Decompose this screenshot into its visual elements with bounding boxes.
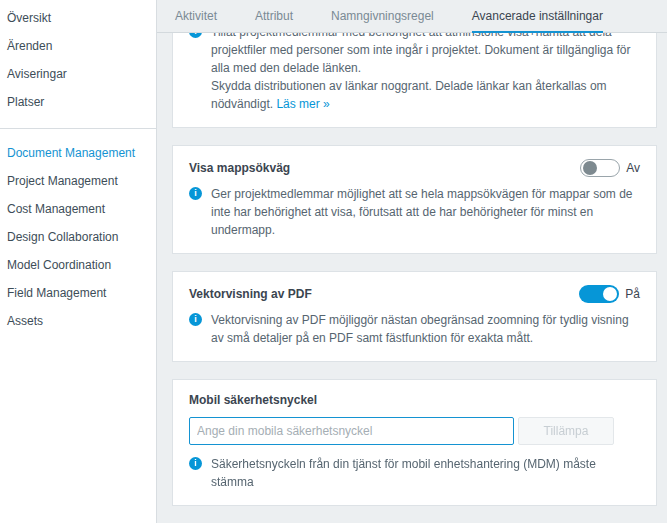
card-show-folder-path: Visa mappsökväg Av i Ger projektmedlemma… <box>172 145 657 254</box>
info-icon: i <box>189 313 202 326</box>
read-more-link[interactable]: Läs mer » <box>276 97 329 111</box>
info-paragraph-2: Skydda distributionen av länkar noggrant… <box>211 79 607 111</box>
tab-aktivitet[interactable]: Aktivitet <box>175 0 217 33</box>
sidebar-item-design-collaboration[interactable]: Design Collaboration <box>0 223 156 251</box>
toggle-state-label: På <box>625 287 640 301</box>
info-paragraph-1: Tillåt projektmedlemmar med behörighet a… <box>211 33 631 75</box>
sidebar-item-project-management[interactable]: Project Management <box>0 167 156 195</box>
sidebar-item-model-coordination[interactable]: Model Coordination <box>0 251 156 279</box>
sidebar-divider <box>0 128 156 129</box>
sidebar-item-aviseringar[interactable]: Aviseringar <box>0 60 156 88</box>
card-title: Visa mappsökväg <box>189 161 290 175</box>
mobile-security-key-input[interactable] <box>189 417 514 445</box>
vector-pdf-toggle[interactable] <box>579 285 619 303</box>
toggle-state-label: Av <box>626 161 640 175</box>
tab-avancerade-installningar[interactable]: Avancerade inställningar <box>472 0 603 33</box>
card-share-documents-publicly: Dela dokument offentligt På Offentliga l… <box>172 33 657 128</box>
share-publicly-info-text: Tillåt projektmedlemmar med behörighet a… <box>211 33 640 113</box>
sidebar-item-platser[interactable]: Platser <box>0 88 156 116</box>
vector-pdf-info-text: Vektorvisning av PDF möjliggör nästan ob… <box>211 311 640 347</box>
info-icon: i <box>189 187 202 200</box>
tab-namngivningsregel[interactable]: Namngivningsregel <box>331 0 434 33</box>
sidebar-item-oversikt[interactable]: Översikt <box>0 4 156 32</box>
info-icon: i <box>189 33 202 38</box>
apply-button[interactable]: Tillämpa <box>518 417 614 445</box>
settings-cards: Dela dokument offentligt På Offentliga l… <box>157 33 667 523</box>
tab-attribut[interactable]: Attribut <box>255 0 293 33</box>
sidebar-item-field-management[interactable]: Field Management <box>0 279 156 307</box>
tabbar: Aktivitet Attribut Namngivningsregel Ava… <box>157 0 667 33</box>
sidebar: Översikt Ärenden Aviseringar Platser Doc… <box>0 0 157 523</box>
toggle-knob <box>583 161 597 175</box>
sidebar-item-cost-management[interactable]: Cost Management <box>0 195 156 223</box>
info-icon: i <box>189 457 202 470</box>
card-title: Mobil säkerhetsnyckel <box>189 393 640 407</box>
settings-content: Aktivitet Attribut Namngivningsregel Ava… <box>157 0 667 523</box>
card-mobile-security-key: Mobil säkerhetsnyckel Tillämpa i Säkerhe… <box>172 379 657 506</box>
card-title: Vektorvisning av PDF <box>189 287 312 301</box>
mobile-key-info-text: Säkerhetsnyckeln från din tjänst för mob… <box>211 455 640 491</box>
folder-path-toggle[interactable] <box>580 159 620 177</box>
toggle-knob <box>603 287 617 301</box>
sidebar-item-assets[interactable]: Assets <box>0 307 156 335</box>
folder-path-info-text: Ger projektmedlemmar möjlighet att se he… <box>211 185 640 239</box>
card-vector-pdf: Vektorvisning av PDF På i Vektorvisning … <box>172 271 657 362</box>
sidebar-item-document-management[interactable]: Document Management <box>0 139 156 167</box>
sidebar-item-arenden[interactable]: Ärenden <box>0 32 156 60</box>
